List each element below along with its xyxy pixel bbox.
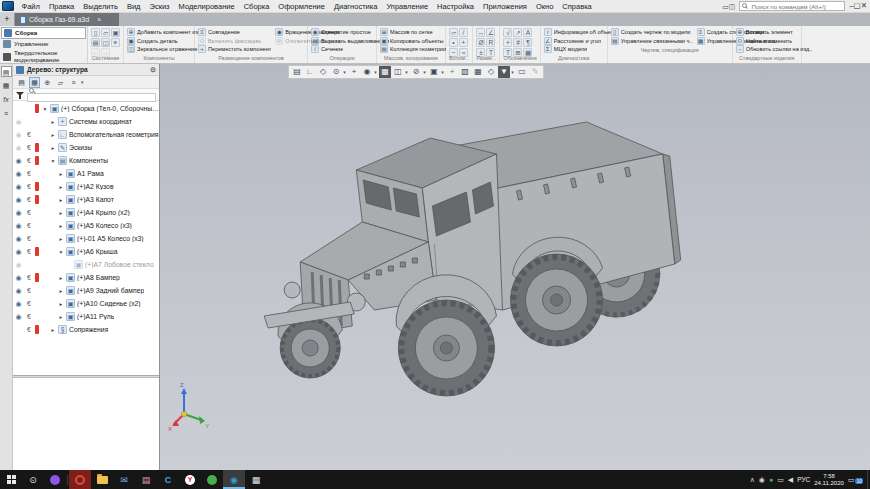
calculator-icon[interactable]: ▦ — [245, 470, 267, 489]
datum-icon[interactable]: + — [503, 38, 512, 47]
expand-arrow-icon[interactable]: ▸ — [58, 184, 64, 190]
redo-icon[interactable]: → — [101, 48, 110, 57]
tree-row[interactable]: ◉€▾▤Компоненты — [13, 154, 159, 167]
tree-row[interactable]: ◉€▸▣(+)А11 Руль — [13, 310, 159, 323]
expand-arrow-icon[interactable]: ▸ — [58, 223, 64, 229]
start-button[interactable] — [0, 470, 22, 489]
security-icon[interactable]: ◉ — [759, 476, 765, 484]
menu-item-1[interactable]: Правка — [44, 2, 78, 11]
include-icon[interactable]: € — [24, 157, 34, 164]
c-app-icon[interactable]: C — [157, 470, 179, 489]
enable-fixation-button[interactable]: ⊙Включить фиксацию — [198, 37, 271, 46]
dimension-diameter-icon[interactable]: Ø — [476, 38, 485, 47]
include-icon[interactable]: € — [24, 131, 34, 138]
filter-funnel-icon[interactable] — [16, 91, 24, 99]
kompas-icon[interactable]: ◉ — [223, 470, 245, 489]
include-icon[interactable]: € — [24, 196, 34, 203]
copy-objects-button[interactable]: ▣Копировать объекты — [380, 37, 446, 46]
filter-objects-dropdown-icon[interactable]: ▾ — [510, 69, 515, 75]
diskette-app-icon[interactable]: ▤ — [135, 470, 157, 489]
tree-row[interactable]: €▸§Сопряжения — [13, 323, 159, 336]
display-mode-dropdown-icon[interactable]: ▾ — [404, 69, 409, 75]
rotate-view-icon[interactable]: ▧ — [459, 66, 471, 78]
geometry-collection-button[interactable]: ▤Коллекция геометрии — [380, 45, 446, 54]
display-icon[interactable]: ▭ — [777, 476, 784, 484]
orientation-icon[interactable]: ◉ — [361, 66, 373, 78]
include-icon[interactable]: € — [24, 287, 34, 294]
window-split-icon[interactable]: ◫ — [729, 3, 736, 10]
manage-linked-drawings-button[interactable]: ▤Управление связанными ч.. — [611, 37, 693, 46]
close-button[interactable]: ✕ — [861, 1, 867, 10]
headlight-left[interactable] — [284, 282, 300, 298]
aux-axis-icon[interactable]: / — [459, 28, 468, 37]
zoom-dropdown-icon[interactable]: ▾ — [342, 69, 347, 75]
menu-item-11[interactable]: Приложения — [479, 2, 532, 11]
context-edit-icon[interactable]: ✎ — [529, 66, 541, 78]
panel-settings-icon[interactable]: ⊙ — [150, 66, 156, 74]
display-mode-icon[interactable]: ◫ — [392, 66, 404, 78]
expand-arrow-icon[interactable]: ▸ — [58, 171, 64, 177]
include-icon[interactable]: € — [24, 183, 34, 190]
viewport-3d[interactable]: ▤∟◇⊙▾+◉▾▦◫▾⊘▾▣▾+▧▦◇▼▾▭✎ — [160, 64, 870, 470]
variables-panel-icon[interactable]: fx — [1, 94, 12, 105]
dimension-radial-icon[interactable]: R — [486, 38, 495, 47]
wheel-front-right[interactable] — [398, 300, 494, 396]
assistant-icon[interactable] — [44, 470, 66, 489]
open-document-icon[interactable]: ▱ — [101, 28, 110, 37]
include-icon[interactable]: € — [24, 235, 34, 242]
expand-arrow-icon[interactable]: ▾ — [42, 106, 48, 112]
surface-finish-icon[interactable]: √ — [503, 28, 512, 37]
include-icon[interactable]: € — [24, 274, 34, 281]
clipping-icon[interactable]: ▣ — [428, 66, 440, 78]
mail-icon[interactable]: ✉ — [113, 470, 135, 489]
shaded-mode-icon[interactable]: ▦ — [379, 66, 391, 78]
ribbon-tab-0[interactable]: Сборка — [1, 27, 86, 39]
tree-panel-icon[interactable]: ▤ — [1, 66, 12, 77]
menu-item-9[interactable]: Управление — [382, 2, 433, 11]
zoom-icon[interactable]: ⊙ — [330, 66, 342, 78]
leader-line-icon[interactable]: ↗ — [513, 28, 522, 37]
eye-icon[interactable]: ◉ — [13, 235, 24, 243]
menu-item-2[interactable]: Выделить — [79, 2, 123, 11]
mate-coincident-button[interactable]: ≡Совпадение — [198, 28, 271, 37]
disable-fixation-button[interactable]: ⊘Отключить фиксацию — [275, 37, 342, 46]
gpu-icon[interactable]: ● — [769, 476, 773, 484]
iso-cube-icon[interactable]: ▦ — [472, 66, 484, 78]
expand-arrow-icon[interactable]: ▸ — [50, 119, 56, 125]
tree-filter-input[interactable] — [27, 93, 156, 102]
insert-element-button[interactable]: ⊕Вставить элемент — [736, 28, 813, 37]
menu-item-5[interactable]: Моделирование — [174, 2, 239, 11]
window-layout-icon[interactable]: ▭ — [722, 3, 729, 10]
eye-icon[interactable]: ◉ — [13, 287, 24, 295]
move-xyz-icon[interactable]: + — [446, 66, 458, 78]
tree-row[interactable]: ◉€▸▣(+)А2 Кузов — [13, 180, 159, 193]
restore-button[interactable]: ▢ — [854, 1, 861, 10]
eye-icon[interactable]: ◉ — [13, 248, 24, 256]
expand-arrow-icon[interactable]: ▸ — [58, 288, 64, 294]
expand-arrow-icon[interactable]: ▾ — [58, 249, 64, 255]
volume-icon[interactable]: ◀ — [788, 476, 793, 484]
expand-arrow-icon[interactable]: ▸ — [58, 236, 64, 242]
include-icon[interactable]: € — [24, 222, 34, 229]
tree-row[interactable]: ◉€▸▣А1 Рама — [13, 167, 159, 180]
local-cs-icon[interactable]: + — [459, 38, 468, 47]
print-preview-icon[interactable]: ◫ — [101, 38, 110, 47]
menu-item-12[interactable]: Окно — [531, 2, 557, 11]
ribbon-tab-1[interactable]: Управление — [1, 39, 86, 49]
tree-row[interactable]: ◉€▸▣(+)А5 Колесо (х3) — [13, 219, 159, 232]
eye-icon[interactable]: ◉ — [13, 274, 24, 282]
tree-row[interactable]: ◉€▸▣(+)А8 Бампер — [13, 271, 159, 284]
panes-icon[interactable]: ▤ — [291, 66, 303, 78]
language-indicator[interactable]: РУС — [797, 476, 810, 483]
designation-letter-icon[interactable]: A — [523, 28, 532, 37]
eye-icon[interactable]: ◉ — [13, 157, 24, 165]
expand-arrow-icon[interactable]: ▸ — [50, 132, 56, 138]
eye-icon[interactable]: ◉ — [13, 196, 24, 204]
command-search-input[interactable] — [739, 1, 845, 11]
undo-icon[interactable]: ← — [91, 48, 100, 57]
eye-off-icon[interactable]: ◉ — [13, 144, 24, 152]
tree-row[interactable]: ◉€▸▣(+)А9 Задний бампер — [13, 284, 159, 297]
document-tab[interactable]: Сборка Газ-69.a3d × — [15, 13, 119, 26]
menu-item-10[interactable]: Настройка — [433, 2, 479, 11]
yandex-icon[interactable]: Y — [179, 470, 201, 489]
